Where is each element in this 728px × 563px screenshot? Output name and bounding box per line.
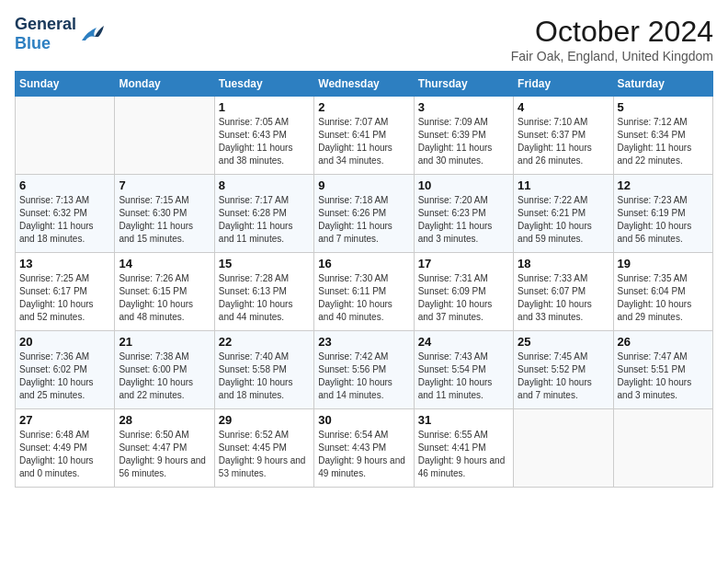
- calendar-cell-day: 10Sunrise: 7:20 AMSunset: 6:23 PMDayligh…: [414, 175, 513, 253]
- day-number: 6: [19, 178, 110, 192]
- calendar-week-row: 6Sunrise: 7:13 AMSunset: 6:32 PMDaylight…: [16, 175, 713, 253]
- day-number: 23: [318, 335, 409, 349]
- day-detail: Sunrise: 7:12 AMSunset: 6:34 PMDaylight:…: [618, 116, 709, 167]
- calendar-cell-day: 22Sunrise: 7:40 AMSunset: 5:58 PMDayligh…: [214, 331, 313, 409]
- calendar-cell-day: 4Sunrise: 7:10 AMSunset: 6:37 PMDaylight…: [514, 97, 613, 175]
- calendar-cell-day: 14Sunrise: 7:26 AMSunset: 6:15 PMDayligh…: [115, 253, 214, 331]
- weekday-header-row: SundayMondayTuesdayWednesdayThursdayFrid…: [16, 72, 713, 97]
- day-detail: Sunrise: 6:48 AMSunset: 4:49 PMDaylight:…: [19, 429, 110, 480]
- location: Fair Oak, England, United Kingdom: [511, 49, 713, 63]
- day-detail: Sunrise: 7:18 AMSunset: 6:26 PMDaylight:…: [318, 194, 409, 246]
- day-number: 22: [219, 335, 310, 349]
- calendar-cell-day: 3Sunrise: 7:09 AMSunset: 6:39 PMDaylight…: [414, 97, 513, 175]
- day-detail: Sunrise: 7:45 AMSunset: 5:52 PMDaylight:…: [518, 350, 609, 402]
- day-detail: Sunrise: 7:23 AMSunset: 6:19 PMDaylight:…: [618, 194, 709, 246]
- logo: General Blue: [15, 15, 104, 53]
- day-number: 2: [318, 100, 409, 114]
- calendar-cell-day: 18Sunrise: 7:33 AMSunset: 6:07 PMDayligh…: [514, 253, 613, 331]
- day-number: 27: [19, 413, 110, 427]
- calendar-cell-day: 17Sunrise: 7:31 AMSunset: 6:09 PMDayligh…: [414, 253, 513, 331]
- day-detail: Sunrise: 7:47 AMSunset: 5:51 PMDaylight:…: [618, 350, 709, 402]
- weekday-header-friday: Friday: [514, 72, 613, 97]
- page-header: General Blue October 2024 Fair Oak, Engl…: [15, 15, 713, 63]
- day-number: 1: [219, 100, 310, 114]
- weekday-header-saturday: Saturday: [613, 72, 712, 97]
- calendar-cell-day: 2Sunrise: 7:07 AMSunset: 6:41 PMDaylight…: [314, 97, 414, 175]
- calendar-cell-empty: [16, 97, 115, 175]
- day-number: 12: [618, 178, 709, 192]
- day-detail: Sunrise: 7:26 AMSunset: 6:15 PMDaylight:…: [119, 272, 210, 324]
- day-number: 31: [418, 413, 509, 427]
- day-number: 11: [518, 178, 609, 192]
- day-number: 13: [19, 257, 110, 270]
- calendar-cell-day: 7Sunrise: 7:15 AMSunset: 6:30 PMDaylight…: [115, 175, 214, 253]
- day-number: 9: [318, 178, 409, 192]
- calendar-cell-day: 9Sunrise: 7:18 AMSunset: 6:26 PMDaylight…: [314, 175, 414, 253]
- day-detail: Sunrise: 7:36 AMSunset: 6:02 PMDaylight:…: [19, 350, 110, 402]
- calendar-week-row: 20Sunrise: 7:36 AMSunset: 6:02 PMDayligh…: [16, 331, 713, 409]
- day-number: 21: [119, 335, 210, 349]
- calendar-cell-day: 21Sunrise: 7:38 AMSunset: 6:00 PMDayligh…: [115, 331, 214, 409]
- day-detail: Sunrise: 7:35 AMSunset: 6:04 PMDaylight:…: [618, 272, 709, 324]
- calendar-cell-day: 6Sunrise: 7:13 AMSunset: 6:32 PMDaylight…: [16, 175, 115, 253]
- day-detail: Sunrise: 7:17 AMSunset: 6:28 PMDaylight:…: [219, 194, 310, 246]
- calendar-week-row: 13Sunrise: 7:25 AMSunset: 6:17 PMDayligh…: [16, 253, 713, 331]
- calendar-cell-day: 5Sunrise: 7:12 AMSunset: 6:34 PMDaylight…: [613, 97, 712, 175]
- day-number: 4: [518, 100, 609, 114]
- calendar-cell-day: 16Sunrise: 7:30 AMSunset: 6:11 PMDayligh…: [314, 253, 414, 331]
- calendar-cell-empty: [115, 97, 214, 175]
- calendar-cell-empty: [514, 409, 613, 488]
- day-detail: Sunrise: 7:05 AMSunset: 6:43 PMDaylight:…: [219, 116, 310, 167]
- calendar-cell-day: 27Sunrise: 6:48 AMSunset: 4:49 PMDayligh…: [16, 409, 115, 488]
- day-number: 20: [19, 335, 110, 349]
- day-detail: Sunrise: 7:31 AMSunset: 6:09 PMDaylight:…: [418, 272, 509, 324]
- calendar-cell-day: 29Sunrise: 6:52 AMSunset: 4:45 PMDayligh…: [214, 409, 313, 488]
- day-detail: Sunrise: 7:28 AMSunset: 6:13 PMDaylight:…: [219, 272, 310, 324]
- calendar-cell-day: 8Sunrise: 7:17 AMSunset: 6:28 PMDaylight…: [214, 175, 313, 253]
- calendar-cell-empty: [613, 409, 712, 488]
- day-number: 5: [618, 100, 709, 114]
- day-detail: Sunrise: 7:22 AMSunset: 6:21 PMDaylight:…: [518, 194, 609, 246]
- weekday-header-monday: Monday: [115, 72, 214, 97]
- day-number: 3: [418, 100, 509, 114]
- calendar-cell-day: 31Sunrise: 6:55 AMSunset: 4:41 PMDayligh…: [414, 409, 513, 488]
- calendar-cell-day: 19Sunrise: 7:35 AMSunset: 6:04 PMDayligh…: [613, 253, 712, 331]
- day-number: 24: [418, 335, 509, 349]
- calendar-week-row: 1Sunrise: 7:05 AMSunset: 6:43 PMDaylight…: [16, 97, 713, 175]
- day-detail: Sunrise: 6:55 AMSunset: 4:41 PMDaylight:…: [418, 429, 509, 480]
- day-number: 14: [119, 257, 210, 270]
- day-number: 19: [618, 257, 709, 270]
- calendar-week-row: 27Sunrise: 6:48 AMSunset: 4:49 PMDayligh…: [16, 409, 713, 488]
- day-detail: Sunrise: 7:10 AMSunset: 6:37 PMDaylight:…: [518, 116, 609, 167]
- weekday-header-wednesday: Wednesday: [314, 72, 414, 97]
- calendar-cell-day: 12Sunrise: 7:23 AMSunset: 6:19 PMDayligh…: [613, 175, 712, 253]
- calendar-cell-day: 26Sunrise: 7:47 AMSunset: 5:51 PMDayligh…: [613, 331, 712, 409]
- day-detail: Sunrise: 7:15 AMSunset: 6:30 PMDaylight:…: [119, 194, 210, 246]
- day-detail: Sunrise: 7:30 AMSunset: 6:11 PMDaylight:…: [318, 272, 409, 324]
- day-detail: Sunrise: 7:07 AMSunset: 6:41 PMDaylight:…: [318, 116, 409, 167]
- day-number: 15: [219, 257, 310, 270]
- calendar-cell-day: 20Sunrise: 7:36 AMSunset: 6:02 PMDayligh…: [16, 331, 115, 409]
- weekday-header-thursday: Thursday: [414, 72, 513, 97]
- day-number: 18: [518, 257, 609, 270]
- calendar-cell-day: 23Sunrise: 7:42 AMSunset: 5:56 PMDayligh…: [314, 331, 414, 409]
- calendar-cell-day: 28Sunrise: 6:50 AMSunset: 4:47 PMDayligh…: [115, 409, 214, 488]
- day-detail: Sunrise: 6:52 AMSunset: 4:45 PMDaylight:…: [219, 429, 310, 480]
- day-number: 30: [318, 413, 409, 427]
- day-number: 8: [219, 178, 310, 192]
- day-detail: Sunrise: 7:25 AMSunset: 6:17 PMDaylight:…: [19, 272, 110, 324]
- calendar-cell-day: 25Sunrise: 7:45 AMSunset: 5:52 PMDayligh…: [514, 331, 613, 409]
- calendar-cell-day: 15Sunrise: 7:28 AMSunset: 6:13 PMDayligh…: [214, 253, 313, 331]
- calendar-cell-day: 24Sunrise: 7:43 AMSunset: 5:54 PMDayligh…: [414, 331, 513, 409]
- day-number: 28: [119, 413, 210, 427]
- day-number: 29: [219, 413, 310, 427]
- day-detail: Sunrise: 6:54 AMSunset: 4:43 PMDaylight:…: [318, 429, 409, 480]
- day-number: 26: [618, 335, 709, 349]
- logo-general: General: [15, 15, 76, 33]
- calendar-cell-day: 1Sunrise: 7:05 AMSunset: 6:43 PMDaylight…: [214, 97, 313, 175]
- day-detail: Sunrise: 6:50 AMSunset: 4:47 PMDaylight:…: [119, 429, 210, 480]
- day-detail: Sunrise: 7:42 AMSunset: 5:56 PMDaylight:…: [318, 350, 409, 402]
- logo-bird-icon: [78, 24, 104, 44]
- calendar-table: SundayMondayTuesdayWednesdayThursdayFrid…: [15, 71, 713, 488]
- day-detail: Sunrise: 7:43 AMSunset: 5:54 PMDaylight:…: [418, 350, 509, 402]
